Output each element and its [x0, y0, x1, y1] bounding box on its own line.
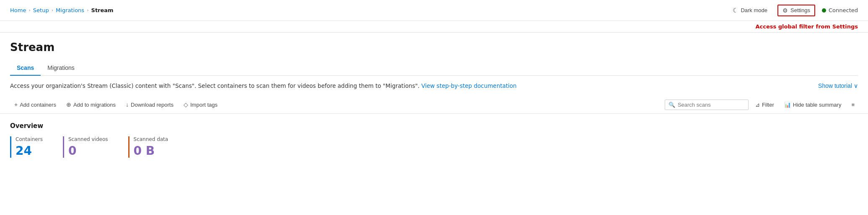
tabs-container: Scans Migrations: [10, 60, 858, 76]
stat-containers-label: Containers: [16, 136, 43, 142]
global-filter-notice: Access global filter from Settings: [0, 21, 868, 33]
tag-icon: ◇: [184, 101, 188, 108]
page-header: Stream Scans Migrations: [0, 33, 868, 76]
filter-icon: ⊿: [755, 102, 760, 108]
download-reports-button[interactable]: ↓ Download reports: [122, 99, 178, 110]
add-to-migrations-button[interactable]: ⊕ Add to migrations: [62, 99, 120, 110]
stat-containers: Containers 24: [10, 136, 53, 158]
moon-icon: ☾: [733, 7, 738, 14]
overview-title: Overview: [10, 122, 858, 130]
overview-stats: Containers 24 Scanned videos 0 Scanned d…: [10, 136, 858, 158]
dark-mode-button[interactable]: ☾ Dark mode: [729, 5, 771, 16]
toolbar-left: + Add containers ⊕ Add to migrations ↓ D…: [10, 99, 665, 110]
stat-scanned-videos-label: Scanned videos: [68, 136, 108, 142]
breadcrumb-sep-2: ›: [52, 8, 53, 13]
toolbar: + Add containers ⊕ Add to migrations ↓ D…: [0, 96, 868, 114]
breadcrumb-current: Stream: [91, 7, 114, 13]
dark-mode-label: Dark mode: [741, 7, 767, 13]
overview-section: Overview Containers 24 Scanned videos 0 …: [0, 114, 868, 166]
add-to-migrations-label: Add to migrations: [73, 102, 116, 108]
top-bar: Home › Setup › Migrations › Stream ☾ Dar…: [0, 0, 868, 21]
add-containers-label: Add containers: [20, 102, 56, 108]
import-tags-button[interactable]: ◇ Import tags: [179, 99, 222, 110]
settings-button[interactable]: ⚙ Settings: [777, 5, 815, 16]
stat-scanned-videos-value: 0: [68, 144, 108, 158]
toolbar-right: 🔍 ⊿ Filter 📊 Hide table summary ≡: [665, 100, 858, 110]
download-icon: ↓: [126, 101, 129, 108]
tab-scans[interactable]: Scans: [10, 60, 41, 75]
more-options-button[interactable]: ≡: [848, 100, 858, 110]
plus-icon: +: [14, 101, 18, 108]
breadcrumb: Home › Setup › Migrations › Stream: [10, 7, 114, 13]
connected-label: Connected: [829, 7, 858, 13]
breadcrumb-sep-3: ›: [87, 8, 88, 13]
filter-button[interactable]: ⊿ Filter: [752, 100, 777, 110]
breadcrumb-setup[interactable]: Setup: [33, 7, 49, 13]
stat-scanned-data: Scanned data 0 B: [128, 136, 179, 158]
description-text: Access your organization's Stream (Class…: [10, 82, 815, 89]
description-body: Access your organization's Stream (Class…: [10, 82, 420, 89]
connected-dot-icon: [822, 8, 826, 13]
tab-migrations[interactable]: Migrations: [41, 60, 81, 75]
chart-icon: 📊: [784, 102, 791, 108]
search-icon: 🔍: [668, 102, 675, 108]
hide-table-summary-button[interactable]: 📊 Hide table summary: [781, 100, 845, 110]
breadcrumb-sep-1: ›: [29, 8, 30, 13]
add-containers-button[interactable]: + Add containers: [10, 99, 60, 110]
top-right-controls: ☾ Dark mode ⚙ Settings Connected: [729, 5, 858, 16]
search-input[interactable]: [678, 102, 745, 108]
filter-label: Filter: [762, 102, 774, 108]
hide-table-label: Hide table summary: [793, 102, 842, 108]
doc-link[interactable]: View step-by-step documentation: [421, 82, 516, 89]
stat-containers-value: 24: [16, 144, 43, 158]
more-icon: ≡: [851, 102, 855, 108]
search-box: 🔍: [665, 100, 749, 110]
description-bar: Access your organization's Stream (Class…: [0, 76, 868, 96]
import-tags-label: Import tags: [190, 102, 218, 108]
stat-scanned-videos: Scanned videos 0: [63, 136, 118, 158]
stat-scanned-data-label: Scanned data: [134, 136, 168, 142]
page-title: Stream: [10, 41, 858, 54]
breadcrumb-home[interactable]: Home: [10, 7, 26, 13]
settings-label: Settings: [790, 7, 810, 13]
connected-status: Connected: [822, 7, 858, 13]
show-tutorial-label: Show tutorial: [818, 82, 852, 89]
download-reports-label: Download reports: [131, 102, 174, 108]
show-tutorial-button[interactable]: Show tutorial ∨: [818, 82, 858, 89]
gear-icon: ⚙: [782, 7, 788, 14]
stat-scanned-data-value: 0 B: [134, 144, 168, 158]
circle-plus-icon: ⊕: [66, 101, 71, 108]
chevron-down-icon: ∨: [854, 82, 858, 89]
breadcrumb-migrations[interactable]: Migrations: [56, 7, 84, 13]
